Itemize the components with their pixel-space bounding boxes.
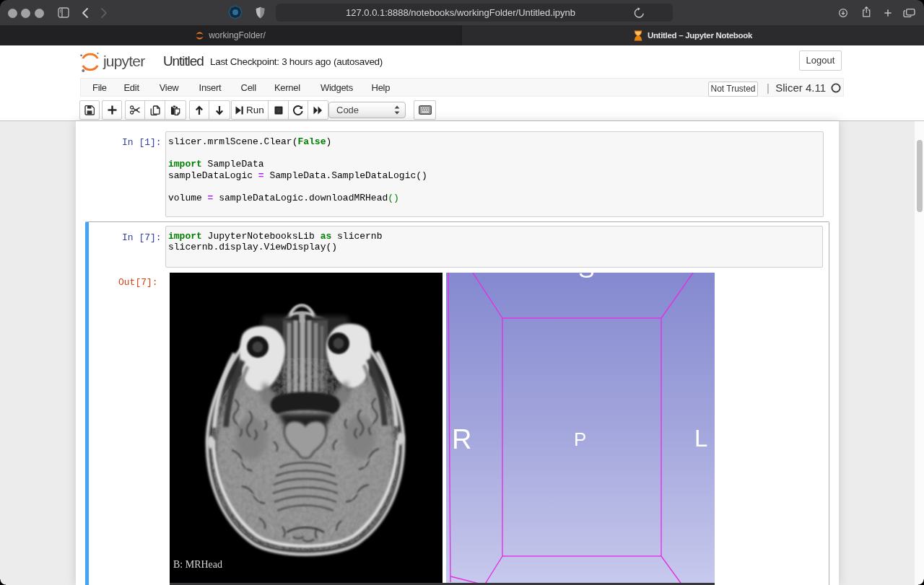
svg-text:R: R — [452, 424, 471, 454]
svg-text:L: L — [694, 425, 707, 452]
svg-text:P: P — [574, 428, 586, 450]
svg-text:S: S — [578, 273, 595, 283]
svg-text:B: MRHead: B: MRHead — [173, 559, 222, 570]
